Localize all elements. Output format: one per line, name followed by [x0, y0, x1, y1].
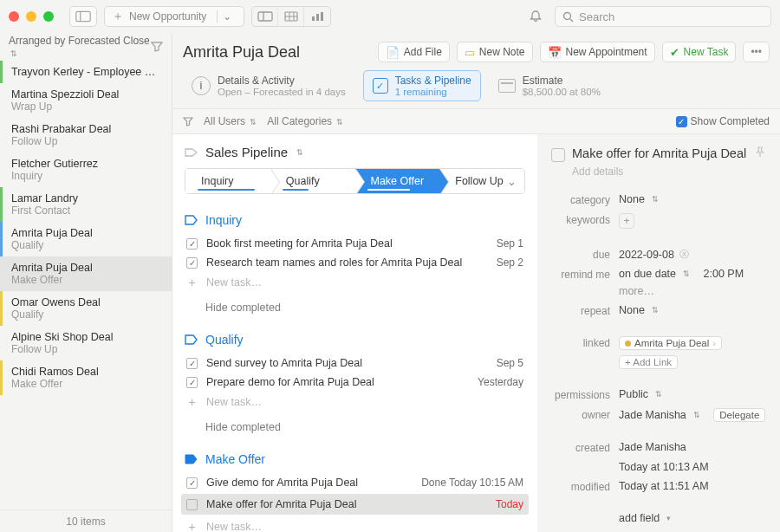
- new-opportunity-button[interactable]: ＋ New Opportunity ⌄: [104, 6, 244, 27]
- task-row[interactable]: Research team names and roles for Amrita…: [185, 253, 525, 272]
- tasks-pipeline-tab[interactable]: ✓ Tasks & Pipeline1 remaining: [363, 70, 481, 101]
- tag-icon: [185, 147, 198, 158]
- category-field[interactable]: None⇅: [619, 193, 766, 205]
- new-task-row[interactable]: +New task…: [185, 392, 525, 412]
- task-checkbox[interactable]: [186, 358, 198, 369]
- search-placeholder: Search: [579, 10, 614, 23]
- add-field-link[interactable]: add field ▾: [619, 512, 766, 524]
- clear-due-icon[interactable]: ⓧ: [679, 248, 689, 261]
- task-complete-checkbox[interactable]: [551, 148, 565, 162]
- inspector-title: Make offer for Amrita Puja Deal: [572, 146, 747, 160]
- sidebar-item[interactable]: Trayvon Kerley - Employee Candid...: [0, 61, 172, 83]
- new-task-button[interactable]: ✔New Task: [662, 42, 737, 62]
- sidebar-item[interactable]: Alpine Ski Shop DealFollow Up: [0, 326, 172, 360]
- info-icon: i: [192, 76, 211, 95]
- hide-completed-link[interactable]: Hide completed: [205, 302, 525, 314]
- sidebar-item[interactable]: Amrita Puja DealQualify: [0, 222, 172, 256]
- add-details-link[interactable]: Add details: [572, 165, 766, 178]
- pipeline-title[interactable]: Sales Pipeline ⇅: [185, 145, 525, 159]
- hide-completed-link[interactable]: Hide completed: [205, 421, 525, 433]
- search-input[interactable]: Search: [555, 6, 771, 27]
- sidebar-toggle-button[interactable]: [69, 6, 97, 27]
- details-activity-tab[interactable]: i Details & ActivityOpen – Forecasted in…: [183, 70, 354, 101]
- svg-line-12: [570, 19, 573, 22]
- sidebar-item[interactable]: Amrita Puja DealMake Offer: [0, 256, 172, 291]
- sidebar: Arranged by Forecasted Close ⇅ Trayvon K…: [0, 33, 172, 532]
- pin-icon[interactable]: [754, 146, 766, 159]
- pipeline-step[interactable]: Follow Up ⌄: [439, 169, 524, 193]
- sidebar-item[interactable]: Martina Spezzioli DealWrap Up: [0, 83, 172, 118]
- filter-icon[interactable]: [151, 42, 163, 52]
- task-checkbox[interactable]: [186, 477, 198, 489]
- section-header[interactable]: Make Offer: [185, 452, 525, 466]
- checkbox-checked-icon: ✓: [676, 116, 687, 127]
- task-checkbox[interactable]: [186, 257, 198, 269]
- sidebar-item[interactable]: Lamar LandryFirst Contact: [0, 187, 172, 222]
- pipeline-step[interactable]: Qualify: [270, 169, 355, 193]
- remind-field[interactable]: on due date⇅ 2:00 PM more…: [619, 268, 766, 297]
- sidebar-sort-header[interactable]: Arranged by Forecasted Close ⇅: [0, 33, 172, 61]
- owner-field[interactable]: Jade Manisha⇅ Delegate: [619, 408, 766, 422]
- filter-categories[interactable]: All Categories ⇅: [267, 115, 343, 127]
- show-completed-toggle[interactable]: ✓ Show Completed: [676, 115, 770, 127]
- sort-caret-icon: ⇅: [10, 49, 17, 58]
- svg-point-11: [564, 12, 571, 19]
- add-link-button[interactable]: + Add Link: [619, 355, 678, 369]
- task-checkbox[interactable]: [186, 377, 198, 388]
- stage-icon: [185, 215, 198, 225]
- plus-icon: +: [186, 520, 198, 532]
- pipeline-step[interactable]: Inquiry: [185, 169, 270, 193]
- permissions-field[interactable]: Public⇅: [619, 388, 766, 400]
- new-appointment-button[interactable]: 📅New Appointment: [540, 42, 655, 62]
- repeat-field[interactable]: None⇅: [619, 304, 766, 316]
- add-file-button[interactable]: 📄Add File: [378, 42, 450, 62]
- task-row[interactable]: Give demo for Amrita Puja DealDone Today…: [185, 473, 525, 492]
- add-keyword-button[interactable]: +: [619, 213, 634, 229]
- tasks-icon: ✓: [373, 78, 388, 94]
- linked-chip[interactable]: Amrita Puja Deal ›: [619, 336, 722, 350]
- delegate-button[interactable]: Delegate: [713, 408, 765, 422]
- due-field[interactable]: 2022-09-08 ⓧ: [619, 248, 766, 261]
- sidebar-footer: 10 items: [0, 509, 172, 532]
- view-columns-icon[interactable]: [252, 7, 278, 26]
- view-chart-icon[interactable]: [304, 7, 330, 26]
- sidebar-item[interactable]: Omar Owens DealQualify: [0, 291, 172, 326]
- more-button[interactable]: •••: [743, 42, 770, 62]
- zoom-icon[interactable]: [43, 11, 54, 22]
- new-task-row[interactable]: +New task…: [185, 516, 525, 532]
- sidebar-item[interactable]: Chidi Ramos DealMake Offer: [0, 360, 172, 395]
- svg-rect-9: [316, 14, 319, 21]
- stage-icon: [185, 454, 198, 464]
- filter-users[interactable]: All Users ⇅: [204, 115, 257, 127]
- stage-icon: [185, 334, 198, 345]
- estimate-tab[interactable]: Estimate$8,500.00 at 80%: [490, 70, 609, 101]
- task-row[interactable]: Book first meeting for Amrita Puja DealS…: [185, 234, 525, 253]
- task-row[interactable]: Send survey to Amrita Puja DealSep 5: [185, 354, 525, 373]
- task-checkbox[interactable]: [186, 238, 198, 250]
- main-column: Amrita Puja Deal 📄Add File ▭New Note 📅Ne…: [172, 33, 780, 532]
- window: ＋ New Opportunity ⌄ Search Arranged by F…: [0, 0, 780, 532]
- close-icon[interactable]: [9, 11, 19, 22]
- traffic-lights: [9, 11, 54, 22]
- view-switcher[interactable]: [251, 6, 331, 27]
- minimize-icon[interactable]: [26, 11, 36, 22]
- sidebar-item[interactable]: Rashi Prabakar DealFollow Up: [0, 118, 172, 152]
- task-row[interactable]: Prepare demo for Amrita Puja DealYesterd…: [185, 373, 525, 392]
- estimate-icon: [498, 79, 516, 93]
- section-header[interactable]: Inquiry: [185, 213, 525, 227]
- new-note-button[interactable]: ▭New Note: [457, 42, 533, 62]
- dot-icon: [625, 341, 631, 347]
- sidebar-item[interactable]: Fletcher GutierrezInquiry: [0, 152, 172, 187]
- pipeline-caret-icon: ⇅: [296, 148, 303, 157]
- filter-funnel-icon[interactable]: [183, 117, 193, 127]
- task-row[interactable]: Make offer for Amrita Puja DealToday: [181, 494, 529, 515]
- task-checkbox[interactable]: [186, 499, 198, 510]
- chevron-down-icon[interactable]: ⌄: [217, 10, 237, 23]
- view-grid-icon[interactable]: [278, 7, 304, 26]
- new-task-row[interactable]: +New task…: [185, 272, 525, 293]
- section-header[interactable]: Qualify: [185, 333, 525, 347]
- plus-icon: +: [186, 395, 198, 409]
- bell-icon[interactable]: [529, 10, 543, 23]
- pipeline-step[interactable]: Make Offer: [355, 169, 440, 193]
- filter-bar: All Users ⇅ All Categories ⇅ ✓ Show Comp…: [172, 108, 780, 134]
